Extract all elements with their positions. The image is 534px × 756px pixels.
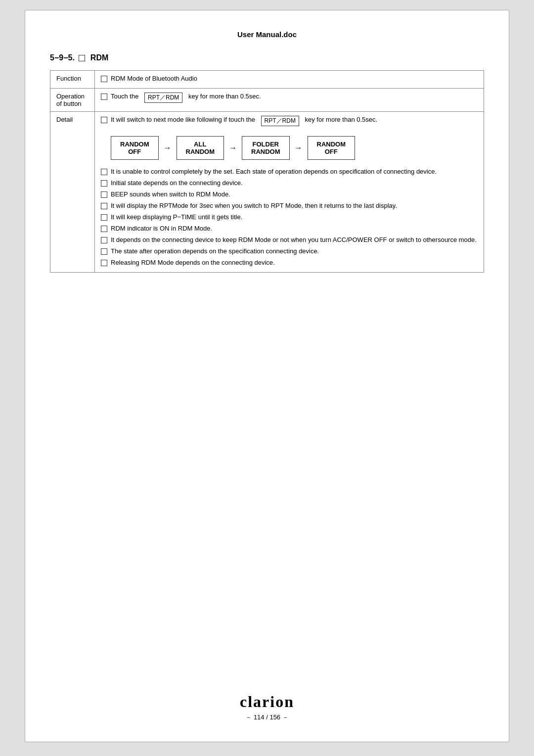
detail-item-7-text: The state after operation depends on the… — [111, 247, 319, 255]
detail-item-1: Initial state depends on the connecting … — [101, 179, 478, 187]
function-label: Function — [50, 71, 95, 89]
detail-intro-key: RPT／RDM — [261, 116, 299, 126]
detail-item-4-text: It will keep displaying P−TIME until it … — [111, 213, 242, 221]
function-content: RDM Mode of Bluetooth Audio — [95, 71, 484, 89]
detail-item-1-text: Initial state depends on the connecting … — [111, 179, 243, 187]
page-number: － 114 / 156 － — [25, 713, 509, 722]
flow-arrow-3: → — [295, 143, 303, 152]
operation-key: RPT／RDM — [144, 93, 182, 103]
detail-intro-item: It will switch to next mode like followi… — [101, 116, 478, 126]
flow-box-1-line2: OFF — [120, 148, 149, 155]
detail-item-6-text: It depends on the connecting device to k… — [111, 236, 477, 243]
operation-text1: Touch the — [111, 93, 138, 100]
operation-checkbox — [101, 94, 107, 100]
detail-item-7: The state after operation depends on the… — [101, 247, 478, 255]
brand-footer: clarion － 114 / 156 － — [25, 693, 509, 722]
flow-box-1: RANDOM OFF — [111, 136, 159, 160]
detail-item-0-text: It is unable to control completely by th… — [111, 168, 437, 175]
function-checkbox — [101, 76, 107, 82]
table-row-detail: Detail It will switch to next mode like … — [50, 112, 484, 273]
detail-content: It will switch to next mode like followi… — [95, 112, 484, 273]
section-title: 5−9−5. RDM — [50, 53, 484, 62]
detail-item-8: Releasing RDM Mode depends on the connec… — [101, 259, 478, 266]
flow-box-1-line1: RANDOM — [120, 141, 149, 148]
detail-label: Detail — [50, 112, 95, 273]
detail-item-8-text: Releasing RDM Mode depends on the connec… — [111, 259, 275, 266]
section-checkbox — [79, 55, 85, 61]
flow-box-3-line1: FOLDER — [251, 141, 280, 148]
flow-box-3: FOLDER RANDOM — [242, 136, 290, 160]
detail-item-3-checkbox — [101, 203, 107, 209]
detail-item-0: It is unable to control completely by th… — [101, 168, 478, 175]
detail-item-4: It will keep displaying P−TIME until it … — [101, 213, 478, 221]
flow-box-2-line2: RANDOM — [186, 148, 215, 155]
detail-list: It is unable to control completely by th… — [101, 168, 478, 268]
section-title-text: RDM — [90, 53, 108, 62]
operation-text2: key for more than 0.5sec. — [188, 93, 261, 100]
operation-row-item: Touch the RPT／RDM key for more than 0.5s… — [101, 93, 478, 103]
detail-item-6: It depends on the connecting device to k… — [101, 236, 478, 243]
flow-arrow-2: → — [229, 143, 237, 152]
flow-diagram: RANDOM OFF → ALL RANDOM → FOLDER RANDOM … — [111, 136, 478, 160]
flow-box-4: RANDOM OFF — [308, 136, 356, 160]
header-title: User Manual.doc — [237, 30, 297, 39]
flow-box-4-line1: RANDOM — [317, 141, 346, 148]
detail-item-8-checkbox — [101, 260, 107, 266]
flow-box-2: ALL RANDOM — [177, 136, 224, 160]
detail-item-2: BEEP sounds when switch to RDM Mode. — [101, 190, 478, 198]
detail-item-7-checkbox — [101, 248, 107, 255]
detail-item-2-text: BEEP sounds when switch to RDM Mode. — [111, 190, 230, 198]
page-header: User Manual.doc — [50, 30, 484, 39]
flow-box-2-line1: ALL — [186, 141, 215, 148]
detail-item-3: It will display the RPTMode for 3sec whe… — [101, 202, 478, 209]
operation-content: Touch the RPT／RDM key for more than 0.5s… — [95, 89, 484, 112]
flow-box-3-line2: RANDOM — [251, 148, 280, 155]
table-row-function: Function RDM Mode of Bluetooth Audio — [50, 71, 484, 89]
flow-arrow-1: → — [164, 143, 172, 152]
detail-item-5: RDM indicator is ON in RDM Mode. — [101, 225, 478, 232]
main-table: Function RDM Mode of Bluetooth Audio Ope… — [50, 70, 484, 273]
brand-name: clarion — [25, 693, 509, 711]
detail-item-5-checkbox — [101, 226, 107, 232]
page: User Manual.doc 5−9−5. RDM Function RDM … — [25, 10, 509, 742]
detail-item-2-checkbox — [101, 191, 107, 198]
function-text: RDM Mode of Bluetooth Audio — [111, 75, 197, 82]
function-row-item: RDM Mode of Bluetooth Audio — [101, 75, 478, 82]
detail-intro-text1: It will switch to next mode like followi… — [111, 116, 255, 123]
detail-item-6-checkbox — [101, 237, 107, 243]
detail-item-1-checkbox — [101, 180, 107, 187]
detail-item-5-text: RDM indicator is ON in RDM Mode. — [111, 225, 212, 232]
operation-label: Operationof button — [50, 89, 95, 112]
flow-box-4-line2: OFF — [317, 148, 346, 155]
detail-intro-checkbox — [101, 117, 107, 123]
detail-item-3-text: It will display the RPTMode for 3sec whe… — [111, 202, 397, 209]
table-row-operation: Operationof button Touch the RPT／RDM key… — [50, 89, 484, 112]
detail-item-4-checkbox — [101, 214, 107, 221]
detail-intro-text2: key for more than 0.5sec. — [305, 116, 378, 123]
section-number: 5−9−5. — [50, 53, 75, 62]
detail-item-0-checkbox — [101, 169, 107, 175]
